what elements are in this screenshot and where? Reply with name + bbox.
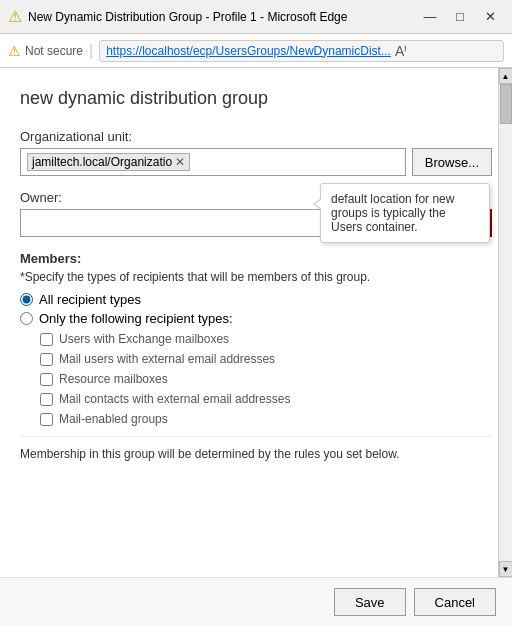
exchange-mailboxes-checkbox[interactable]: [40, 333, 53, 346]
mail-contacts-label: Mail contacts with external email addres…: [59, 392, 290, 406]
url-box[interactable]: https://localhost/ecp/UsersGroups/NewDyn…: [99, 40, 504, 62]
recipient-type-radio-group: All recipient types Only the following r…: [20, 292, 492, 326]
checkbox-mail-enabled-groups: Mail-enabled groups: [40, 412, 492, 426]
members-note: *Specify the types of recipients that wi…: [20, 270, 492, 284]
org-unit-tag: jamiltech.local/Organizatio ✕: [27, 153, 190, 171]
external-email-checkbox[interactable]: [40, 353, 53, 366]
scrollbar[interactable]: ▲ ▼: [498, 68, 512, 577]
title-bar-title: New Dynamic Distribution Group - Profile…: [28, 10, 410, 24]
url-text: https://localhost/ecp/UsersGroups/NewDyn…: [106, 44, 391, 58]
checkbox-resource-mailboxes: Resource mailboxes: [40, 372, 492, 386]
org-unit-input[interactable]: jamiltech.local/Organizatio ✕: [20, 148, 406, 176]
specific-recipient-types-radio[interactable]: [20, 312, 33, 325]
title-bar-controls: — □ ✕: [416, 6, 504, 28]
title-bar: ⚠ New Dynamic Distribution Group - Profi…: [0, 0, 512, 34]
org-unit-remove-icon[interactable]: ✕: [175, 156, 185, 168]
members-label: Members:: [20, 251, 492, 266]
security-indicator: ⚠ Not secure: [8, 43, 83, 59]
org-unit-value: jamiltech.local/Organizatio: [32, 155, 172, 169]
not-secure-label: Not secure: [25, 44, 83, 58]
address-bar: ⚠ Not secure | https://localhost/ecp/Use…: [0, 34, 512, 68]
members-section: Members: *Specify the types of recipient…: [20, 251, 492, 461]
panel-title: new dynamic distribution group: [20, 88, 492, 109]
all-recipient-types-label: All recipient types: [39, 292, 141, 307]
all-recipient-types-radio[interactable]: [20, 293, 33, 306]
mail-enabled-groups-label: Mail-enabled groups: [59, 412, 168, 426]
scroll-up-button[interactable]: ▲: [499, 68, 513, 84]
org-unit-row: jamiltech.local/Organizatio ✕ Browse...: [20, 148, 492, 176]
all-recipient-types-radio-item: All recipient types: [20, 292, 492, 307]
mail-enabled-groups-checkbox[interactable]: [40, 413, 53, 426]
org-unit-label: Organizational unit:: [20, 129, 492, 144]
scroll-down-button[interactable]: ▼: [499, 561, 513, 577]
tooltip: default location for new groups is typic…: [320, 183, 490, 243]
resource-mailboxes-checkbox[interactable]: [40, 373, 53, 386]
save-button[interactable]: Save: [334, 588, 406, 616]
resource-mailboxes-label: Resource mailboxes: [59, 372, 168, 386]
scroll-thumb[interactable]: [500, 84, 512, 124]
org-unit-browse-button[interactable]: Browse...: [412, 148, 492, 176]
reader-icon: Aᴵ: [395, 43, 407, 59]
specific-recipient-types-label: Only the following recipient types:: [39, 311, 233, 326]
warning-icon: ⚠: [8, 43, 21, 59]
org-unit-field-group: Organizational unit: jamiltech.local/Org…: [20, 129, 492, 176]
checkbox-exchange-mailboxes: Users with Exchange mailboxes: [40, 332, 492, 346]
membership-note: Membership in this group will be determi…: [20, 436, 492, 461]
checkbox-external-email: Mail users with external email addresses: [40, 352, 492, 366]
checkbox-mail-contacts: Mail contacts with external email addres…: [40, 392, 492, 406]
warning-icon: ⚠: [8, 7, 22, 26]
separator: |: [89, 42, 93, 60]
cancel-button[interactable]: Cancel: [414, 588, 496, 616]
minimize-button[interactable]: —: [416, 6, 444, 28]
external-email-label: Mail users with external email addresses: [59, 352, 275, 366]
panel-content: new dynamic distribution group Organizat…: [0, 68, 512, 577]
tooltip-text: default location for new groups is typic…: [331, 192, 454, 234]
specific-recipient-types-radio-item: Only the following recipient types:: [20, 311, 492, 326]
maximize-button[interactable]: □: [446, 6, 474, 28]
close-button[interactable]: ✕: [476, 6, 504, 28]
mail-contacts-checkbox[interactable]: [40, 393, 53, 406]
recipient-checkboxes: Users with Exchange mailboxes Mail users…: [40, 332, 492, 426]
main-panel: new dynamic distribution group Organizat…: [0, 68, 512, 626]
exchange-mailboxes-label: Users with Exchange mailboxes: [59, 332, 229, 346]
scroll-track[interactable]: [499, 84, 512, 561]
panel-footer: Save Cancel: [0, 577, 512, 626]
